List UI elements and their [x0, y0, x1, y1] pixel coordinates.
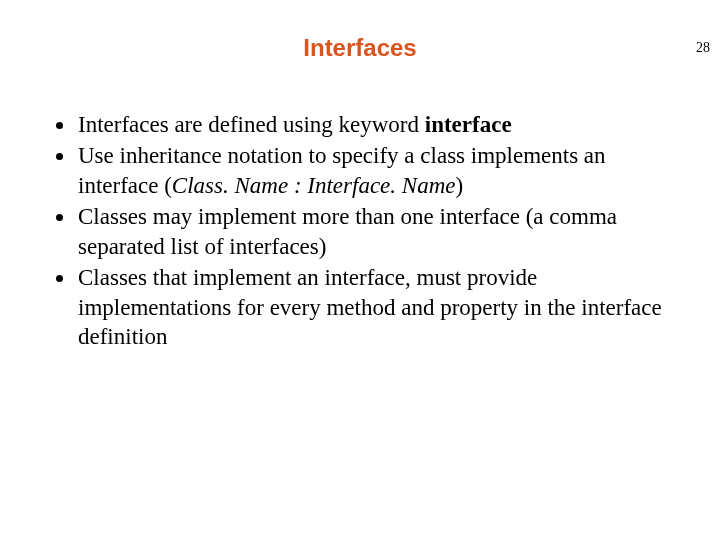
list-item: Classes that implement an interface, mus… — [76, 263, 680, 351]
bullet-list: Interfaces are defined using keyword int… — [50, 110, 680, 352]
keyword-interface: interface — [425, 112, 512, 137]
bullet-text-tail: ) — [455, 173, 463, 198]
page-number: 28 — [696, 40, 710, 56]
list-item: Interfaces are defined using keyword int… — [76, 110, 680, 139]
list-item: Use inheritance notation to specify a cl… — [76, 141, 680, 200]
list-item: Classes may implement more than one inte… — [76, 202, 680, 261]
slide: 28 Interfaces Interfaces are defined usi… — [0, 34, 720, 540]
slide-title: Interfaces — [0, 34, 720, 62]
inheritance-notation-example: Class. Name : Interface. Name — [172, 173, 456, 198]
bullet-text: Interfaces are defined using keyword — [78, 112, 425, 137]
